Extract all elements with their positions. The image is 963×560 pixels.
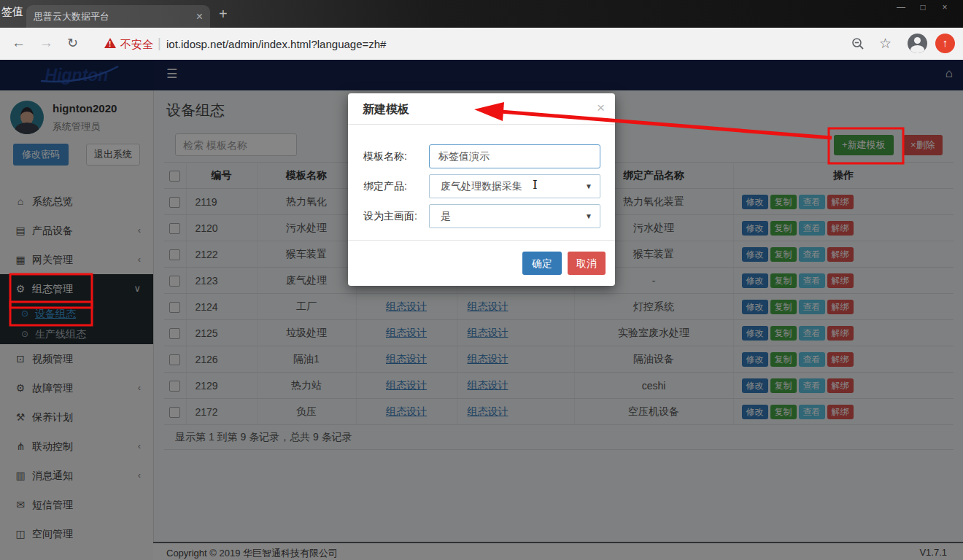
modal-header: 新建模板 ×	[348, 93, 615, 125]
caret-down-icon: ▼	[585, 205, 592, 228]
field-label: 绑定产品:	[363, 174, 429, 198]
insecure-warning-icon[interactable]: !	[104, 38, 116, 48]
text-cursor: I	[533, 177, 538, 192]
extension-icon[interactable]: ↑	[935, 34, 955, 53]
bind-product-select[interactable]: 废气处理数据采集▼	[429, 174, 600, 198]
profile-avatar-icon[interactable]	[908, 34, 927, 53]
forward-icon[interactable]: →	[39, 36, 53, 50]
url-separator: |	[158, 36, 161, 51]
back-icon[interactable]: ←	[12, 36, 26, 50]
bookmark-star-icon[interactable]: ☆	[879, 35, 892, 52]
caret-down-icon: ▼	[585, 175, 592, 198]
field-label: 设为主画面:	[363, 204, 429, 228]
close-window-icon[interactable]: ×	[934, 2, 956, 12]
browser-tab[interactable]: 思普云大数据平台 ×	[26, 5, 210, 28]
url-text[interactable]: iot.idosp.net/admin/index.html?language=…	[166, 38, 386, 50]
new-tab-button[interactable]: +	[219, 6, 228, 23]
cancel-button[interactable]: 取消	[568, 252, 606, 275]
browser-addressbar: ← → ↻ ! 不安全 | iot.idosp.net/admin/index.…	[0, 28, 963, 61]
screen: 思普云大数据平台 × + —□× 签值 ← → ↻ ! 不安全 | iot.id…	[0, 0, 963, 560]
overlay-label: 签值	[1, 5, 23, 19]
insecure-label[interactable]: 不安全	[120, 38, 153, 52]
tab-close-icon[interactable]: ×	[196, 11, 203, 23]
tab-title: 思普云大数据平台	[34, 10, 196, 23]
confirm-button[interactable]: 确定	[522, 252, 562, 275]
zoom-out-icon[interactable]	[851, 36, 865, 54]
field-label: 模板名称:	[363, 144, 429, 168]
window-controls: —□×	[890, 2, 956, 12]
maximize-icon[interactable]: □	[912, 2, 934, 12]
select-value: 废气处理数据采集	[441, 180, 522, 192]
select-value: 是	[441, 210, 451, 222]
new-template-modal: 新建模板 × 模板名称:标签值演示绑定产品:废气处理数据采集▼设为主画面:是▼ …	[348, 93, 615, 286]
modal-footer: 确定 取消	[348, 240, 615, 286]
modal-fields: 模板名称:标签值演示绑定产品:废气处理数据采集▼设为主画面:是▼	[348, 125, 615, 247]
browser-titlebar: 思普云大数据平台 × + —□×	[0, 0, 963, 28]
modal-close-icon[interactable]: ×	[597, 100, 605, 116]
template-name-input[interactable]: 标签值演示	[429, 144, 600, 168]
modal-title: 新建模板	[363, 102, 409, 117]
reload-icon[interactable]: ↻	[67, 36, 78, 50]
minimize-icon[interactable]: —	[890, 2, 912, 12]
main-screen-select[interactable]: 是▼	[429, 204, 600, 228]
